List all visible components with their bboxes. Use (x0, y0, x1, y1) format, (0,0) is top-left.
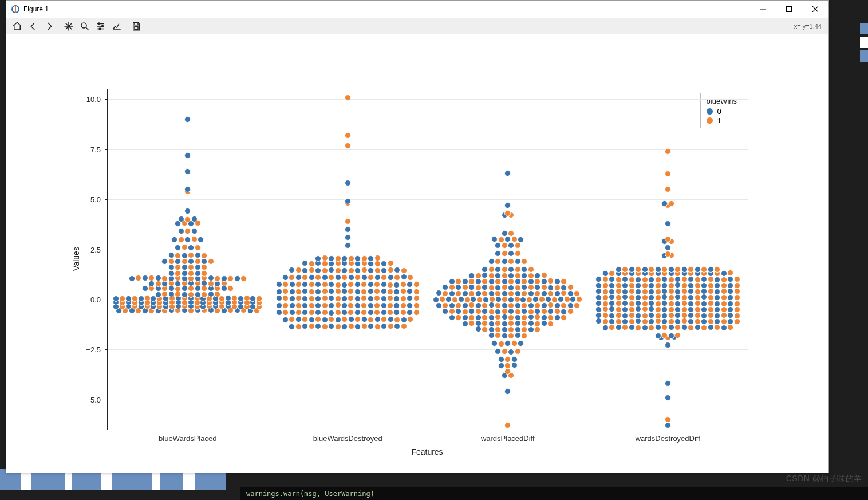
save-icon[interactable] (129, 19, 144, 33)
data-point (309, 317, 315, 323)
data-point (554, 278, 561, 285)
data-point (521, 308, 527, 314)
data-point (361, 302, 367, 309)
zoom-icon[interactable] (77, 19, 92, 33)
svg-rect-2 (787, 7, 792, 12)
data-point (374, 309, 380, 316)
data-point (521, 290, 527, 297)
edit-axis-icon[interactable] (109, 19, 124, 33)
data-point (508, 285, 514, 291)
data-point (354, 289, 361, 295)
data-point (208, 281, 214, 287)
data-point (655, 318, 661, 324)
data-point (348, 281, 354, 288)
data-point (629, 294, 635, 301)
data-point (504, 236, 511, 242)
data-point (574, 302, 580, 309)
data-point (400, 296, 407, 302)
data-point (276, 289, 282, 295)
data-point (407, 274, 413, 281)
data-point (276, 281, 282, 288)
data-point (609, 276, 615, 282)
data-point (322, 255, 328, 261)
data-point (528, 284, 534, 290)
data-point (400, 302, 407, 309)
configure-icon[interactable] (93, 19, 108, 33)
data-point (188, 252, 194, 258)
data-point (468, 273, 475, 279)
data-point (629, 266, 635, 273)
data-point (714, 289, 720, 295)
data-point (182, 253, 188, 259)
data-point (595, 306, 602, 313)
data-point (681, 266, 688, 273)
data-point (214, 275, 220, 282)
data-point (495, 296, 502, 302)
data-point (442, 302, 448, 309)
data-point (668, 282, 674, 289)
data-point (495, 314, 501, 320)
data-point (668, 294, 674, 301)
forward-icon[interactable] (42, 19, 57, 33)
data-point (184, 152, 191, 159)
data-point (302, 296, 308, 302)
data-point (511, 340, 518, 347)
data-point (616, 266, 622, 273)
data-point (695, 300, 701, 306)
data-point (504, 170, 511, 176)
data-point (498, 341, 504, 347)
legend-title: blueWins (707, 97, 737, 105)
data-point (504, 388, 511, 395)
back-icon[interactable] (26, 19, 41, 33)
data-point (322, 302, 328, 309)
home-icon[interactable] (10, 19, 25, 33)
data-point (341, 296, 348, 302)
data-point (661, 288, 668, 294)
window-maximize-button[interactable] (776, 1, 802, 18)
data-point (168, 258, 175, 265)
data-point (609, 289, 615, 295)
data-point (413, 281, 420, 288)
window-close-button[interactable] (802, 1, 828, 18)
xtick-label: wardsDestroyedDiff (636, 434, 700, 443)
data-point (727, 312, 733, 318)
data-point (688, 301, 694, 307)
legend-label: 1 (717, 116, 721, 125)
data-point (335, 317, 341, 323)
app-icon (11, 5, 20, 14)
data-point (498, 356, 504, 363)
data-point (681, 276, 688, 282)
data-point (394, 323, 400, 329)
data-point (727, 288, 733, 294)
plot-canvas[interactable]: blueWins 01 −5.0−2.50.02.55.07.510.0blue… (6, 34, 828, 473)
data-point (495, 309, 501, 315)
data-point (504, 422, 511, 428)
data-point (521, 302, 527, 309)
data-point (708, 300, 714, 306)
data-point (602, 289, 609, 295)
data-point (475, 273, 482, 279)
data-point (161, 275, 168, 282)
data-point (595, 312, 602, 318)
data-point (734, 276, 740, 282)
window-minimize-button[interactable] (749, 1, 776, 18)
data-point (629, 301, 635, 307)
data-point (475, 314, 482, 321)
data-point (518, 237, 524, 243)
data-point (661, 282, 668, 289)
data-point (508, 278, 514, 285)
legend-entry: 1 (707, 116, 737, 125)
data-point (475, 302, 482, 309)
data-point (502, 321, 508, 327)
data-point (635, 300, 641, 306)
data-point (125, 296, 132, 302)
pan-icon[interactable] (61, 19, 76, 33)
data-point (188, 245, 194, 251)
data-point (665, 221, 671, 227)
data-point (721, 277, 727, 283)
data-point (348, 288, 354, 294)
data-point (508, 302, 514, 309)
svg-point-6 (98, 23, 100, 25)
data-point (328, 274, 334, 281)
data-point (688, 306, 694, 313)
